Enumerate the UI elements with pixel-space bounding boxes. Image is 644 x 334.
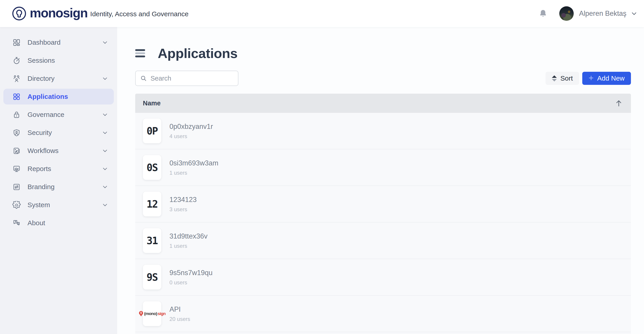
table-row[interactable]: 0P 0p0xbzyanv1r 4 users (135, 113, 631, 149)
brand-tagline: Identity, Access and Governance (90, 9, 188, 18)
app-name: 31d9ttex36v (170, 232, 208, 240)
sidebar-item-dashboard[interactable]: Dashboard (4, 35, 114, 50)
applications-grid-icon (12, 93, 21, 101)
sliders-icon (12, 183, 21, 191)
sidebar-item-label: Directory (28, 75, 102, 82)
app-monogram: 12 (147, 198, 158, 210)
app-monogram-tile: 0P (143, 118, 161, 143)
plus-icon: + (588, 74, 594, 83)
sidebar-item-system[interactable]: System (4, 197, 114, 213)
monosign-pin-icon (138, 311, 144, 317)
monosign-logo-icon (12, 6, 26, 21)
brand-name: monosign (30, 7, 88, 21)
monosign-mini-logo: (mono)sign (138, 311, 166, 317)
user-menu[interactable]: Alperen Bektaş (579, 10, 637, 18)
sidebar-item-directory[interactable]: Directory (4, 71, 114, 86)
lock-icon (12, 111, 21, 119)
chevron-down-icon (102, 148, 108, 154)
app-monogram: 0S (147, 162, 158, 173)
table-row[interactable]: 31 31d9ttex36v 1 users (135, 223, 631, 259)
sidebar-nav: Dashboard Sessions Directory Applicatio (0, 27, 117, 334)
add-new-button[interactable]: + Add New (582, 72, 631, 85)
chevron-down-icon (102, 184, 108, 190)
app-name: 0p0xbzyanv1r (170, 122, 213, 131)
app-user-count: 1 users (170, 170, 218, 176)
sidebar-item-branding[interactable]: Branding (4, 179, 114, 195)
sidebar-item-label: Workflows (28, 147, 102, 154)
table-row[interactable]: (mono)sign API 20 users (135, 296, 631, 332)
app-user-count: 0 users (170, 279, 212, 286)
add-new-button-label: Add New (597, 74, 624, 82)
app-monogram-tile: 31 (143, 228, 161, 253)
search-icon (140, 75, 147, 82)
user-avatar[interactable] (559, 6, 574, 21)
page-title: Applications (158, 46, 238, 61)
app-name: 1234123 (170, 196, 197, 204)
table-row[interactable]: 12 1234123 3 users (135, 186, 631, 223)
mini-logo-text-mono: (mono) (144, 311, 157, 316)
search-input[interactable] (150, 75, 234, 82)
column-header-name[interactable]: Name (143, 99, 614, 107)
app-monogram: 9S (147, 271, 158, 283)
table-row-partial[interactable] (135, 332, 631, 334)
app-name: API (170, 305, 190, 313)
app-logo-tile: (mono)sign (143, 301, 161, 326)
search-box[interactable] (135, 71, 238, 86)
chevron-down-icon (102, 112, 108, 118)
sort-button-label: Sort (560, 74, 573, 82)
app-user-count: 3 users (170, 206, 197, 213)
sidebar-item-label: Branding (28, 183, 102, 191)
chevron-down-icon (102, 166, 108, 172)
sidebar-item-applications[interactable]: Applications (4, 89, 114, 104)
gear-icon (12, 201, 21, 209)
sidebar-item-label: Security (28, 129, 102, 136)
app-user-count: 4 users (170, 133, 213, 139)
sidebar-item-label: Dashboard (28, 39, 102, 46)
workflow-wand-icon (12, 147, 21, 155)
dashboard-icon (12, 38, 21, 47)
applications-table: Name 0P 0p0xbzyanv1r 4 users 0S 0si3m693… (135, 94, 631, 334)
app-monogram-tile: 9S (143, 265, 161, 289)
chevron-down-icon (102, 202, 108, 208)
app-user-count: 1 users (170, 243, 208, 249)
table-row[interactable]: 0S 0si3m693w3am 1 users (135, 149, 631, 186)
sidebar-item-about[interactable]: About (4, 215, 114, 231)
help-chat-icon (12, 219, 21, 227)
notifications-bell-icon[interactable] (538, 9, 548, 19)
hamburger-menu-icon[interactable] (135, 49, 145, 57)
app-monogram: 0P (147, 125, 158, 137)
brand-logo[interactable]: monosign (12, 6, 88, 21)
top-bar: monosign Identity, Access and Governance… (0, 0, 644, 27)
sidebar-item-label: System (28, 201, 102, 209)
sidebar-item-label: About (28, 219, 108, 227)
app-monogram-tile: 12 (143, 192, 161, 216)
reports-chart-icon (12, 165, 21, 173)
table-header-row: Name (135, 94, 631, 113)
table-row[interactable]: 9S 9s5ns7w19qu 0 users (135, 259, 631, 296)
shield-user-icon (12, 129, 21, 137)
mini-logo-text-sign: sign (158, 311, 166, 316)
main-content: Applications Sort + Add New (117, 27, 644, 334)
chevron-down-icon (102, 76, 108, 81)
sidebar-item-label: Applications (28, 93, 108, 100)
sidebar-item-label: Governance (28, 111, 102, 118)
sort-ascending-arrow-icon[interactable] (614, 99, 623, 108)
users-group-icon (12, 74, 21, 83)
app-name: 9s5ns7w19qu (170, 269, 212, 277)
sidebar-item-sessions[interactable]: Sessions (4, 53, 114, 68)
user-name: Alperen Bektaş (579, 10, 626, 18)
app-monogram-tile: 0S (143, 155, 161, 180)
sidebar-item-label: Sessions (28, 57, 108, 64)
chevron-down-icon (631, 10, 637, 17)
sort-button[interactable]: Sort (546, 72, 579, 85)
sidebar-item-label: Reports (28, 165, 102, 173)
chevron-down-icon (102, 130, 108, 136)
sort-arrows-icon (552, 75, 557, 81)
top-right-cluster: Alperen Bektaş (538, 6, 637, 21)
stopwatch-icon (12, 56, 21, 65)
app-name: 0si3m693w3am (170, 159, 218, 167)
sidebar-item-reports[interactable]: Reports (4, 161, 114, 177)
sidebar-item-governance[interactable]: Governance (4, 107, 114, 122)
sidebar-item-security[interactable]: Security (4, 125, 114, 141)
sidebar-item-workflows[interactable]: Workflows (4, 143, 114, 159)
